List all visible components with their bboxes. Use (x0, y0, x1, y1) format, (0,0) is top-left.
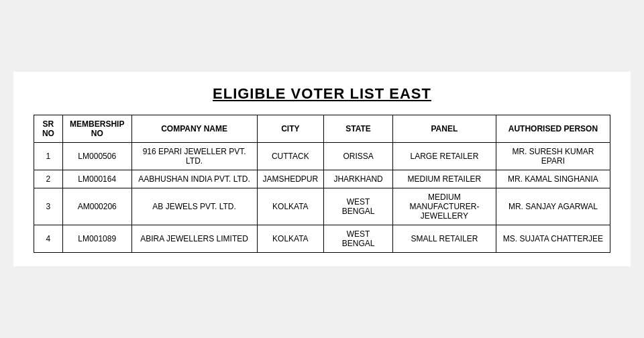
cell-state-3: WEST BENGAL (324, 188, 393, 225)
cell-state-2: JHARKHAND (324, 170, 393, 188)
cell-company-4: ABIRA JEWELLERS LIMITED (131, 225, 257, 253)
cell-city-1: CUTTACK (257, 143, 324, 170)
cell-state-4: WEST BENGAL (324, 225, 393, 253)
cell-srno-3: 3 (34, 188, 63, 225)
table-row: 3AM000206AB JEWELS PVT. LTD.KOLKATAWEST … (34, 188, 610, 225)
table-row: 4LM001089ABIRA JEWELLERS LIMITEDKOLKATAW… (34, 225, 610, 253)
cell-person-1: MR. SURESH KUMAR EPARI (496, 143, 610, 170)
cell-company-1: 916 EPARI JEWELLER PVT. LTD. (131, 143, 257, 170)
cell-city-2: JAMSHEDPUR (257, 170, 324, 188)
header-state: STATE (324, 115, 393, 143)
cell-company-2: AABHUSHAN INDIA PVT. LTD. (131, 170, 257, 188)
cell-panel-3: MEDIUM MANUFACTURER-JEWELLERY (392, 188, 496, 225)
header-city: CITY (257, 115, 324, 143)
page-container: ELIGIBLE VOTER LIST EAST SR NO MEMBERSHI… (13, 72, 631, 266)
cell-srno-1: 1 (34, 143, 63, 170)
cell-panel-2: MEDIUM RETAILER (392, 170, 496, 188)
cell-membership-2: LM000164 (62, 170, 131, 188)
cell-person-4: MS. SUJATA CHATTERJEE (496, 225, 610, 253)
page-title: ELIGIBLE VOTER LIST EAST (34, 85, 610, 103)
header-membership: MEMBERSHIP NO (62, 115, 131, 143)
cell-person-3: MR. SANJAY AGARWAL (496, 188, 610, 225)
voter-table: SR NO MEMBERSHIP NO COMPANY NAME CITY ST… (34, 115, 610, 253)
cell-city-4: KOLKATA (257, 225, 324, 253)
cell-state-1: ORISSA (324, 143, 393, 170)
header-person: AUTHORISED PERSON (496, 115, 610, 143)
table-header-row: SR NO MEMBERSHIP NO COMPANY NAME CITY ST… (34, 115, 610, 143)
table-row: 2LM000164AABHUSHAN INDIA PVT. LTD.JAMSHE… (34, 170, 610, 188)
table-row: 1LM000506916 EPARI JEWELLER PVT. LTD.CUT… (34, 143, 610, 170)
header-company: COMPANY NAME (131, 115, 257, 143)
cell-membership-1: LM000506 (62, 143, 131, 170)
cell-panel-4: SMALL RETAILER (392, 225, 496, 253)
cell-membership-4: LM001089 (62, 225, 131, 253)
header-panel: PANEL (392, 115, 496, 143)
cell-city-3: KOLKATA (257, 188, 324, 225)
cell-srno-4: 4 (34, 225, 63, 253)
cell-person-2: MR. KAMAL SINGHANIA (496, 170, 610, 188)
cell-membership-3: AM000206 (62, 188, 131, 225)
header-srno: SR NO (34, 115, 63, 143)
cell-srno-2: 2 (34, 170, 63, 188)
cell-panel-1: LARGE RETAILER (392, 143, 496, 170)
cell-company-3: AB JEWELS PVT. LTD. (131, 188, 257, 225)
